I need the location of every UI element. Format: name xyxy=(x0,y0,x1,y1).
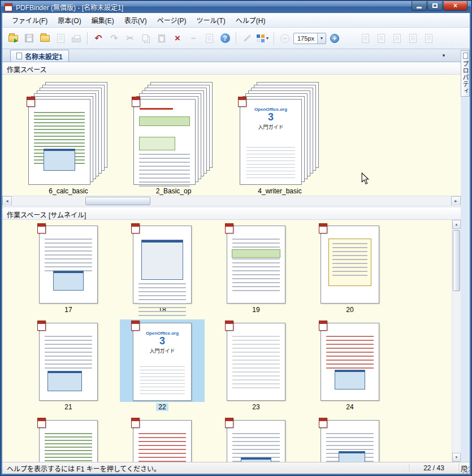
print-button[interactable] xyxy=(69,31,84,46)
document-name: 6_calc_basic xyxy=(28,187,109,195)
properties-label: プロパティ xyxy=(461,60,470,94)
page-content-preview xyxy=(139,116,190,126)
paste-button[interactable] xyxy=(154,31,169,46)
chevron-down-icon: ▼ xyxy=(266,36,270,40)
page-thumbnail: OpenOffice.org 3 入門ガイド xyxy=(133,323,192,401)
undo-icon: ↶ xyxy=(94,34,102,43)
horizontal-scrollbar[interactable]: ◄ ► xyxy=(2,196,461,205)
scroll-down-button[interactable]: ▼ xyxy=(452,453,461,462)
zoom-out-button[interactable]: − xyxy=(278,31,292,46)
menu-page[interactable]: ページ(P) xyxy=(152,13,192,27)
delete-icon: × xyxy=(175,33,180,43)
page-thumbnail xyxy=(133,420,192,462)
document-icon xyxy=(16,53,22,59)
thumbnail-cell[interactable] xyxy=(303,417,397,462)
thumbnail-cell[interactable]: 20 xyxy=(303,222,397,319)
thumbnail-grid: 17 18 19 xyxy=(2,220,452,462)
menu-help[interactable]: ヘルプ(H) xyxy=(231,13,271,27)
delete-button[interactable]: × xyxy=(170,31,185,46)
redo-button[interactable]: ↷ xyxy=(107,31,122,46)
open-button[interactable] xyxy=(6,31,20,46)
thumbnail-cell[interactable]: 19 xyxy=(209,222,303,319)
page-content-preview xyxy=(140,366,185,394)
save-icon xyxy=(25,34,33,42)
page-number: 23 xyxy=(250,403,262,411)
chevron-down-icon[interactable]: ▼ xyxy=(317,33,326,44)
thumbnail-cell-selected[interactable]: OpenOffice.org 3 入門ガイド 22 xyxy=(115,319,209,417)
thumbnail-cell[interactable]: 23 xyxy=(209,319,303,417)
undo-button[interactable]: ↶ xyxy=(91,31,106,46)
thumbnails-panel-header: 作業スペース [サムネイル] xyxy=(2,207,461,220)
minimize-button[interactable] xyxy=(412,1,427,11)
horizontal-scroll-thumb[interactable] xyxy=(85,197,150,205)
document-stack[interactable]: OpenOffice.org 3 入門ガイド 4_writer_basic 22… xyxy=(240,82,320,185)
toolbar-separator xyxy=(236,32,236,45)
cut-button[interactable]: ✂ xyxy=(123,31,137,46)
tab-overflow-button[interactable]: ▼ xyxy=(441,53,446,58)
vertical-scroll-thumb[interactable] xyxy=(453,230,460,291)
thumbnails-panel: 17 18 19 xyxy=(2,220,461,462)
resize-grip[interactable] xyxy=(462,466,470,474)
save-button[interactable] xyxy=(21,31,36,46)
zoom-level-value: 175px xyxy=(297,35,314,42)
properties-icon xyxy=(463,53,468,59)
document-stack[interactable]: 2_Basic_op 4/11 xyxy=(133,82,214,185)
document-stack[interactable]: 6_calc_basic 1/21 xyxy=(28,82,109,185)
page-content-preview xyxy=(141,240,183,280)
thumbnail-cell[interactable]: 21 xyxy=(21,319,115,417)
document-tab-bar: 名称未設定1 ▼ xyxy=(2,49,461,62)
app-icon xyxy=(5,3,12,11)
scroll-left-button[interactable]: ◄ xyxy=(2,196,12,206)
rotate-right-button[interactable] xyxy=(374,31,388,46)
page-content-preview xyxy=(335,370,365,390)
move-down-button[interactable] xyxy=(405,31,420,46)
extract-page-button[interactable] xyxy=(202,31,216,46)
vertical-scrollbar[interactable]: ▲ ▼ xyxy=(452,220,461,462)
page-content-preview xyxy=(140,108,173,110)
page-number: 20 xyxy=(344,306,356,314)
page-thumbnail xyxy=(321,420,379,462)
move-up-button[interactable] xyxy=(389,31,404,46)
menu-edit[interactable]: 編集(E) xyxy=(86,13,119,27)
remove-page-button[interactable]: − xyxy=(186,31,201,46)
page-number: 22 xyxy=(156,403,168,411)
thumbnail-cell[interactable]: 24 xyxy=(303,319,397,417)
page-content-preview xyxy=(326,336,374,370)
view-mode-button[interactable]: ▼ xyxy=(256,31,270,46)
help-button[interactable]: ? xyxy=(218,31,232,46)
page-properties-button[interactable] xyxy=(421,31,436,46)
toolbar-separator xyxy=(87,32,88,45)
page-content-preview xyxy=(53,271,83,291)
zoom-in-button[interactable]: + xyxy=(327,31,342,46)
tab-untitled1[interactable]: 名称未設定1 xyxy=(10,50,69,62)
close-icon: × xyxy=(453,2,457,9)
page-content-preview xyxy=(232,336,280,390)
menu-file[interactable]: ファイル(F) xyxy=(7,13,53,27)
page-content-preview xyxy=(246,147,295,178)
copy-button[interactable] xyxy=(138,31,153,46)
properties-side-tab[interactable]: プロパティ xyxy=(461,50,470,97)
menu-source[interactable]: 原本(O) xyxy=(53,13,86,27)
thumbnail-cell[interactable] xyxy=(115,417,209,462)
thumbnail-cell[interactable]: 17 xyxy=(21,222,115,319)
export-button[interactable] xyxy=(53,31,68,46)
edit-annotate-button[interactable] xyxy=(240,31,254,46)
minimize-icon xyxy=(417,7,422,8)
zoom-level-combobox[interactable]: 175px ▼ xyxy=(293,33,326,44)
thumbnail-cell[interactable] xyxy=(21,417,115,462)
thumbnails-title: 作業スペース [サムネイル] xyxy=(7,211,86,219)
maximize-button[interactable] xyxy=(427,1,443,11)
page-thumbnail xyxy=(321,323,379,401)
menu-tools[interactable]: ツール(T) xyxy=(191,13,230,27)
scroll-right-button[interactable]: ► xyxy=(451,196,461,206)
thumbnail-cell[interactable]: 18 xyxy=(115,222,209,319)
cut-icon: ✂ xyxy=(126,34,133,43)
rotate-left-button[interactable] xyxy=(358,31,373,46)
move-down-icon xyxy=(409,34,417,43)
rotate-left-icon xyxy=(362,34,369,43)
menu-view[interactable]: 表示(V) xyxy=(119,13,152,27)
close-button[interactable]: × xyxy=(443,1,467,11)
add-file-button[interactable] xyxy=(37,31,52,46)
scroll-up-button[interactable]: ▲ xyxy=(452,220,461,229)
thumbnail-cell[interactable] xyxy=(209,417,303,462)
